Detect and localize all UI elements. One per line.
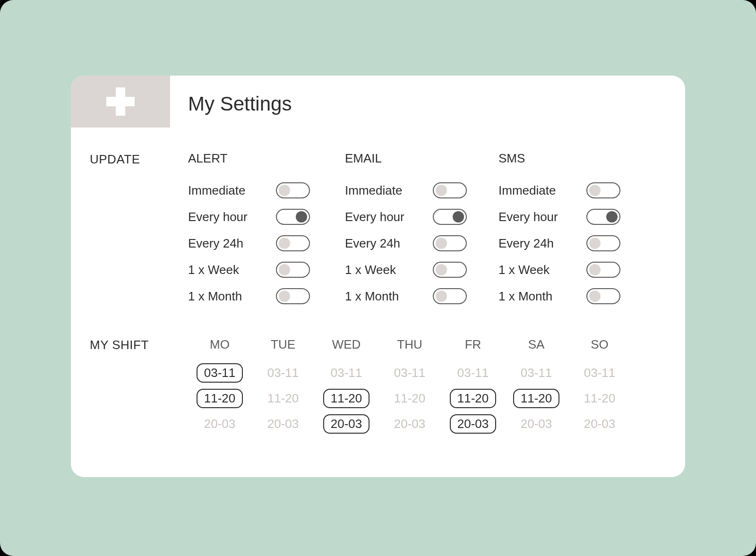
shift-cell: 11-20 [568,385,631,411]
option-row: 1 x Week [188,257,339,283]
column-header-alert: ALERT [188,151,339,166]
update-column-alert: ALERT Immediate Every hour Every 24h 1 x… [188,151,339,309]
shift-chip-mo-03to11[interactable]: 03-11 [197,363,243,383]
toggle-sms-monthly[interactable] [586,288,620,304]
option-label-every-24h: Every 24h [345,236,433,251]
shift-cell: 03-11 [568,360,631,385]
toggle-email-every-24h[interactable] [433,235,467,251]
toggle-alert-immediate[interactable] [276,182,310,198]
column-header-email: EMAIL [345,151,496,166]
shift-cell: 03-11 [441,360,505,385]
option-label-weekly: 1 x Week [345,263,433,277]
shift-cell: 03-11 [315,360,378,385]
shift-cell: 20-03 [188,411,251,436]
shift-chip-sa-03to11[interactable]: 03-11 [513,363,560,383]
toggle-sms-every-24h[interactable] [586,235,620,251]
shift-chip-fr-11to20[interactable]: 11-20 [450,389,497,408]
day-header-wed: WED [315,336,378,360]
shift-chip-so-03to11[interactable]: 03-11 [576,363,623,383]
shift-cell: 20-03 [251,411,315,436]
toggle-alert-weekly[interactable] [276,262,310,278]
logo-box [71,76,170,128]
shift-cell: 11-20 [188,385,251,411]
option-row: 1 x Month [498,283,650,309]
shift-cell: 03-11 [251,360,315,385]
shift-chip-wed-20to03[interactable]: 20-03 [323,414,370,434]
option-row: 1 x Week [498,257,650,283]
day-header-thu: THU [378,336,441,360]
shift-chip-so-20to03[interactable]: 20-03 [576,414,623,434]
option-row: Immediate [498,177,650,204]
shift-chip-thu-20to03[interactable]: 20-03 [387,414,433,434]
day-header-sa: SA [505,336,568,360]
toggle-sms-weekly[interactable] [586,262,620,278]
option-label-every-hour: Every hour [498,210,586,224]
toggle-email-every-hour[interactable] [433,209,467,225]
backdrop: My Settings UPDATE MY SHIFT ALERT Immedi… [0,0,756,556]
page-title: My Settings [188,93,292,115]
option-row: Immediate [188,177,339,204]
shift-cell: 11-20 [505,385,568,411]
shift-cell: 11-20 [441,385,505,411]
option-label-monthly: 1 x Month [188,289,276,304]
option-row: Every hour [345,204,496,230]
shift-chip-wed-11to20[interactable]: 11-20 [323,389,370,408]
section-label-shift: MY SHIFT [90,338,149,352]
shift-chip-tue-20to03[interactable]: 20-03 [260,414,307,434]
shift-cell: 11-20 [378,385,441,411]
option-row: Every 24h [345,230,496,257]
option-label-every-24h: Every 24h [498,236,586,251]
toggle-email-weekly[interactable] [433,262,467,278]
option-label-weekly: 1 x Week [188,263,276,277]
shift-cell: 20-03 [378,411,441,436]
option-row: 1 x Month [188,283,339,309]
option-row: Every hour [498,204,650,230]
shift-cell: 11-20 [315,385,378,411]
section-label-update: UPDATE [90,152,140,167]
shift-chip-tue-03to11[interactable]: 03-11 [260,363,307,383]
update-column-email: EMAIL Immediate Every hour Every 24h 1 x… [345,151,496,309]
toggle-email-immediate[interactable] [433,182,467,198]
option-label-every-hour: Every hour [345,210,433,224]
shift-cell: 20-03 [505,411,568,436]
toggle-sms-every-hour[interactable] [586,209,620,225]
settings-card: My Settings UPDATE MY SHIFT ALERT Immedi… [71,76,685,477]
option-label-every-24h: Every 24h [188,236,276,251]
option-label-immediate: Immediate [188,183,276,198]
shift-chip-mo-20to03[interactable]: 20-03 [197,414,243,434]
option-label-weekly: 1 x Week [498,263,586,277]
shift-cell: 11-20 [251,385,315,411]
shift-chip-mo-11to20[interactable]: 11-20 [197,389,243,408]
shift-chip-thu-11to20[interactable]: 11-20 [387,389,433,408]
shift-cell: 03-11 [505,360,568,385]
shift-chip-fr-03to11[interactable]: 03-11 [450,363,497,383]
option-label-immediate: Immediate [345,183,433,198]
toggle-alert-monthly[interactable] [276,288,310,304]
toggle-email-monthly[interactable] [433,288,467,304]
option-row: Every 24h [498,230,650,257]
option-label-immediate: Immediate [498,183,586,198]
option-row: 1 x Month [345,283,496,309]
day-header-mo: MO [188,336,251,360]
shift-chip-thu-03to11[interactable]: 03-11 [387,363,433,383]
day-header-fr: FR [441,336,505,360]
shift-grid: MOTUEWEDTHUFRSASO03-1103-1103-1103-1103-… [188,336,631,436]
plus-icon [106,87,135,116]
shift-chip-so-11to20[interactable]: 11-20 [576,389,623,408]
option-row: Every hour [188,204,339,230]
option-row: Every 24h [188,230,339,257]
shift-chip-wed-03to11[interactable]: 03-11 [323,363,370,383]
toggle-alert-every-hour[interactable] [276,209,310,225]
shift-chip-sa-11to20[interactable]: 11-20 [513,389,560,408]
shift-cell: 03-11 [378,360,441,385]
toggle-sms-immediate[interactable] [586,182,620,198]
shift-cell: 20-03 [441,411,505,436]
toggle-alert-every-24h[interactable] [276,235,310,251]
shift-cell: 20-03 [568,411,631,436]
option-label-every-hour: Every hour [188,210,276,224]
column-header-sms: SMS [498,151,650,166]
shift-chip-tue-11to20[interactable]: 11-20 [260,389,307,408]
shift-chip-sa-20to03[interactable]: 20-03 [513,414,560,434]
option-label-monthly: 1 x Month [345,289,433,304]
shift-chip-fr-20to03[interactable]: 20-03 [450,414,497,434]
